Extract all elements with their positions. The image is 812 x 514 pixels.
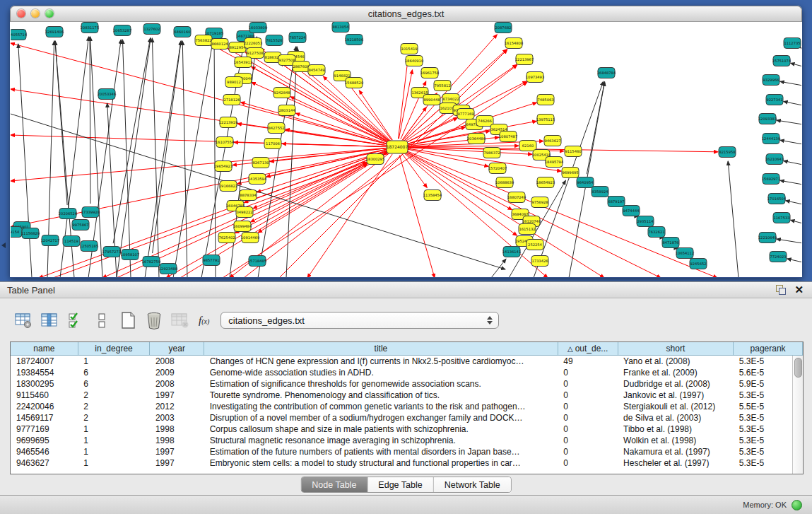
- table-row[interactable]: 2242004622012Investigating the contribut…: [11, 401, 803, 412]
- table-select-dropdown[interactable]: citations_edges.txt: [220, 312, 499, 329]
- minimize-window-icon[interactable]: [31, 9, 40, 18]
- table-cell[interactable]: 9463627: [11, 457, 78, 469]
- table-row[interactable]: 969969511998Structural magnetic resonanc…: [11, 435, 803, 446]
- delete-column-icon[interactable]: [143, 310, 165, 331]
- table-cell[interactable]: Structural magnetic resonance image aver…: [204, 435, 558, 446]
- table-cell[interactable]: Franke et al. (2009): [618, 367, 734, 378]
- table-cell[interactable]: Disruption of a novel member of a sodium…: [204, 412, 558, 424]
- table-cell[interactable]: Changes of HCN gene expression and I(f) …: [204, 356, 558, 368]
- table-cell[interactable]: 19384554: [11, 367, 78, 378]
- close-window-icon[interactable]: [17, 9, 25, 18]
- table-cell[interactable]: 0: [558, 457, 618, 469]
- table-row[interactable]: 911546021997Tourette syndrome. Phenomeno…: [11, 390, 803, 401]
- table-cell[interactable]: 0: [558, 446, 618, 457]
- table-cell[interactable]: 1998: [150, 435, 204, 446]
- table-cell[interactable]: 1997: [150, 446, 204, 457]
- table-cell[interactable]: 1: [78, 446, 150, 457]
- float-panel-icon[interactable]: [776, 285, 786, 295]
- table-cell[interactable]: 0: [558, 424, 618, 435]
- table-cell[interactable]: Genome-wide association studies in ADHD.: [204, 367, 558, 378]
- column-header-in_degree[interactable]: in_degree: [78, 342, 150, 356]
- table-scrollbar[interactable]: [792, 356, 803, 474]
- unselect-all-icon[interactable]: [91, 310, 112, 331]
- table-cell[interactable]: 6: [78, 378, 150, 390]
- table-cell[interactable]: Tibbo et al. (1998): [618, 424, 734, 435]
- table-cell[interactable]: Estimation of the future numbers of pati…: [204, 446, 558, 457]
- show-columns-icon[interactable]: [39, 310, 60, 331]
- table-cell[interactable]: 2008: [150, 378, 204, 390]
- table-cell[interactable]: 9465546: [11, 446, 78, 457]
- zoom-window-icon[interactable]: [45, 9, 54, 18]
- table-cell[interactable]: Embryonic stem cells: a model to study s…: [204, 457, 558, 469]
- function-builder-icon[interactable]: f(x): [199, 315, 209, 327]
- table-row[interactable]: 1872400712008Changes of HCN gene express…: [11, 356, 803, 368]
- tab-node-table[interactable]: Node Table: [301, 477, 367, 492]
- table-cell[interactable]: 2008: [150, 356, 204, 368]
- table-cell[interactable]: 1997: [150, 457, 204, 469]
- column-label: short: [666, 344, 686, 354]
- table-cell[interactable]: 22420046: [11, 401, 78, 412]
- collapse-panel-arrow-icon[interactable]: [1, 243, 6, 248]
- table-cell[interactable]: de Silva et al. (2003): [618, 412, 734, 424]
- network-window-titlebar[interactable]: citations_edges.txt: [10, 6, 802, 22]
- table-cell[interactable]: Wolkin et al. (1998): [618, 435, 734, 446]
- column-header-name[interactable]: name: [11, 342, 78, 356]
- table-cell[interactable]: 0: [558, 378, 618, 390]
- tab-network-table[interactable]: Network Table: [433, 477, 511, 492]
- table-cell[interactable]: Estimation of significance thresholds fo…: [204, 378, 558, 390]
- table-cell[interactable]: Yano et al. (2008): [618, 356, 734, 368]
- table-cell[interactable]: 2009: [150, 367, 204, 378]
- table-cell[interactable]: Jankovic et al. (1997): [618, 390, 734, 401]
- column-header-year[interactable]: year: [150, 342, 204, 356]
- select-all-icon[interactable]: [65, 310, 86, 331]
- table-cell[interactable]: Investigating the contribution of common…: [204, 401, 558, 412]
- column-header-short[interactable]: short: [618, 342, 734, 356]
- table-cell[interactable]: 2: [78, 412, 150, 424]
- table-cell[interactable]: Corpus callosum shape and size in male p…: [204, 424, 558, 435]
- column-header-pagerank[interactable]: pagerank: [734, 342, 803, 356]
- table-cell[interactable]: 2012: [150, 401, 204, 412]
- table-row[interactable]: 946362711997Embryonic stem cells: a mode…: [11, 457, 803, 469]
- table-cell[interactable]: 2: [78, 390, 150, 401]
- table-settings-icon[interactable]: [13, 310, 34, 331]
- table-row[interactable]: 1830029562008Estimation of significance …: [11, 378, 803, 390]
- table-cell[interactable]: 0: [558, 412, 618, 424]
- memory-status-indicator[interactable]: [792, 500, 802, 510]
- table-row[interactable]: 946554611997Estimation of the future num…: [11, 446, 803, 457]
- table-cell[interactable]: 1998: [150, 424, 204, 435]
- table-cell[interactable]: 18300295: [11, 378, 78, 390]
- table-cell[interactable]: 9699695: [11, 435, 78, 446]
- new-column-icon[interactable]: [117, 310, 139, 331]
- table-row[interactable]: 977716911998Corpus callosum shape and si…: [11, 424, 803, 435]
- table-cell[interactable]: 1997: [150, 390, 204, 401]
- tab-edge-table[interactable]: Edge Table: [367, 477, 433, 492]
- table-cell[interactable]: 0: [558, 390, 618, 401]
- table-cell[interactable]: 0: [558, 401, 618, 412]
- table-cell[interactable]: 0: [558, 367, 618, 378]
- table-cell[interactable]: 1: [78, 457, 150, 469]
- table-cell[interactable]: Stergiakouli et al. (2012): [618, 401, 734, 412]
- table-row[interactable]: 1456911722003Disruption of a novel membe…: [11, 412, 803, 424]
- close-panel-icon[interactable]: ✕: [794, 285, 804, 295]
- column-header-out_de[interactable]: △out_de...: [558, 342, 618, 356]
- table-row[interactable]: 1938455462009Genome-wide association stu…: [11, 367, 803, 378]
- table-cell[interactable]: 9115460: [11, 390, 78, 401]
- table-cell[interactable]: 1: [78, 435, 150, 446]
- table-cell[interactable]: Dudbridge et al. (2008): [618, 378, 734, 390]
- network-canvas[interactable]: 1405571432691406208311751065328713276026…: [11, 22, 801, 278]
- table-cell[interactable]: 9777169: [11, 424, 78, 435]
- table-cell[interactable]: 6: [78, 367, 150, 378]
- table-cell[interactable]: 2: [78, 401, 150, 412]
- table-cell[interactable]: 1: [78, 424, 150, 435]
- table-cell[interactable]: 1: [78, 356, 150, 368]
- table-cell[interactable]: 14569117: [11, 412, 78, 424]
- table-cell[interactable]: Nakamura et al. (1997): [618, 446, 734, 457]
- table-cell[interactable]: 18724007: [11, 356, 78, 368]
- table-cell[interactable]: 0: [558, 435, 618, 446]
- table-cell[interactable]: 49: [558, 356, 618, 368]
- table-cell[interactable]: Hescheler et al. (1997): [618, 457, 734, 469]
- table-cell[interactable]: Tourette syndrome. Phenomenology and cla…: [204, 390, 558, 401]
- table-cell[interactable]: 2003: [150, 412, 204, 424]
- scrollbar-thumb[interactable]: [794, 358, 802, 378]
- column-header-title[interactable]: title: [204, 342, 558, 356]
